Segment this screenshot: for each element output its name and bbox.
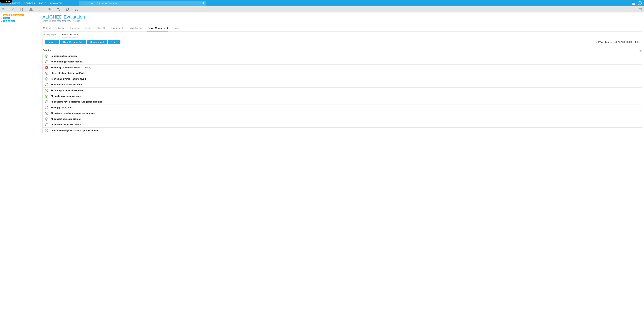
tab-history[interactable]: History xyxy=(173,25,181,31)
nav-corpora[interactable]: CORPORA xyxy=(24,2,35,4)
notifications-icon[interactable] xyxy=(638,7,642,11)
tree-collections-badge[interactable]: Collections xyxy=(3,20,15,22)
language-selector[interactable]: en ▼ xyxy=(79,1,88,5)
tree-root-badge[interactable]: ALIGNED Evaluation xyxy=(3,14,24,16)
export-button[interactable]: Export xyxy=(108,40,120,44)
subtab-quality-report[interactable]: Quality Report xyxy=(43,32,58,38)
svg-point-12 xyxy=(639,2,640,3)
svg-rect-7 xyxy=(634,3,635,3)
svg-point-30 xyxy=(75,8,77,9)
gear-icon[interactable] xyxy=(638,48,642,52)
status-ok-icon xyxy=(45,60,48,63)
database-icon[interactable] xyxy=(65,7,70,11)
recheck-button[interactable]: Recheck xyxy=(45,40,59,44)
svg-rect-6 xyxy=(633,3,634,3)
results-title: Results xyxy=(43,49,51,51)
svg-rect-8 xyxy=(632,4,632,5)
expand-icon[interactable]: ▶ xyxy=(1,20,2,22)
list-icon[interactable] xyxy=(47,7,51,11)
svg-point-0 xyxy=(202,2,204,4)
nav-advanced[interactable]: ADVANCED xyxy=(50,2,62,4)
expand-icon[interactable]: ▶ xyxy=(1,17,2,19)
new-document-icon[interactable] xyxy=(11,7,15,11)
result-row: No disjoint classes found. xyxy=(42,53,642,59)
result-row: All labels have language tags. xyxy=(42,93,642,99)
svg-rect-10 xyxy=(634,4,635,5)
result-label: No conflicting properties found. xyxy=(51,61,83,63)
svg-rect-13 xyxy=(2,8,3,9)
tab-visualization[interactable]: Visualization xyxy=(129,25,142,31)
result-label: All attribute values are literals. xyxy=(51,124,81,126)
tab-sparql[interactable]: SPARQL xyxy=(96,25,106,31)
search-bar: en ▼ xyxy=(79,1,206,5)
svg-point-27 xyxy=(58,8,58,9)
action-bar: Recheck Store Repaired Data Cancel Impor… xyxy=(42,38,642,46)
search-icon[interactable] xyxy=(200,1,206,5)
user-account-icon[interactable] xyxy=(638,1,642,5)
result-label: All preferred labels are unique per lang… xyxy=(51,112,95,114)
status-ok-icon xyxy=(45,83,48,86)
status-ok-icon xyxy=(45,54,48,58)
language-code: en xyxy=(81,2,83,4)
result-label: All labels have language tags. xyxy=(51,95,81,97)
svg-rect-14 xyxy=(4,10,5,11)
spacer xyxy=(1,14,2,16)
status-ok-icon xyxy=(45,71,48,75)
svg-rect-3 xyxy=(633,2,634,2)
svg-line-1 xyxy=(203,3,204,4)
result-row: All preferred labels are unique per lang… xyxy=(42,110,642,116)
tab-triples[interactable]: Triples xyxy=(84,25,91,31)
tab-quality-management[interactable]: Quality Management xyxy=(148,25,168,31)
results-header: Results xyxy=(42,46,642,53)
tab-autopopulate[interactable]: Autopopulate xyxy=(111,25,124,31)
svg-text:B: B xyxy=(22,9,23,10)
svg-point-25 xyxy=(48,9,48,9)
apps-grid-icon[interactable] xyxy=(632,1,635,5)
tree-lists[interactable]: ▶ Lists xyxy=(0,16,40,19)
store-repaired-button[interactable]: Store Repaired Data xyxy=(60,40,86,44)
result-label: No concept scheme available xyxy=(51,66,80,69)
status-ok-icon xyxy=(45,77,48,81)
result-row: No empty labels found. xyxy=(42,105,642,110)
nav-tools[interactable]: TOOLS xyxy=(39,2,46,4)
svg-rect-2 xyxy=(632,2,632,2)
page-title: ALIGNED Evaluation xyxy=(42,14,642,20)
chevron-down-icon: ▼ xyxy=(84,2,86,4)
result-row: Domain and range for SKOS properties sat… xyxy=(42,128,642,133)
svg-rect-18 xyxy=(31,8,32,8)
topbar-right xyxy=(632,1,644,5)
status-ok-icon xyxy=(45,123,48,126)
database-import-icon[interactable] xyxy=(74,7,78,11)
result-label: Hierarchical consistency verified. xyxy=(51,72,84,74)
collapse-caret-icon[interactable]: ▲ xyxy=(638,66,640,68)
tree-root[interactable]: ALIGNED Evaluation xyxy=(0,13,40,16)
thesaurus-icon[interactable] xyxy=(2,7,6,11)
result-row: No conflicting properties found. xyxy=(42,59,642,65)
subtab-import-assistant[interactable]: Import Assistant xyxy=(62,32,78,38)
user-settings-icon[interactable] xyxy=(56,7,60,11)
result-label: Domain and range for SKOS properties sat… xyxy=(51,129,100,132)
result-label: No empty labels found. xyxy=(51,106,74,109)
toolbar: AB xyxy=(0,6,644,12)
status-ok-icon xyxy=(45,94,48,98)
result-row: No deprecated resources found. xyxy=(42,82,642,87)
svg-text:A: A xyxy=(22,8,23,9)
issue-count: (1 Issue) xyxy=(83,66,91,69)
hierarchy-icon[interactable] xyxy=(29,7,33,11)
status-ok-icon xyxy=(45,106,48,109)
search-input[interactable] xyxy=(88,2,200,4)
result-row[interactable]: No concept scheme available(1 Issue)▲ xyxy=(42,65,642,70)
cancel-import-button[interactable]: Cancel Import xyxy=(87,40,107,44)
link-icon[interactable] xyxy=(38,7,42,11)
main-content: ALIGNED Evaluation 1E02C419-0D8F-0001-42… xyxy=(41,12,644,317)
tab-concepts[interactable]: Concepts xyxy=(69,25,79,31)
svg-rect-9 xyxy=(633,4,634,5)
svg-point-28 xyxy=(59,10,60,10)
top-navbar: PROJECT CORPORA TOOLS ADVANCED en ▼ xyxy=(0,0,644,6)
tree-collections[interactable]: ▶ Collections xyxy=(0,19,40,22)
dimension-badge: 1915 X 940 xyxy=(0,0,12,3)
tree-lists-badge[interactable]: Lists xyxy=(3,17,10,19)
ab-document-icon[interactable]: AB xyxy=(20,7,24,11)
result-row: All attribute values are literals. xyxy=(42,122,642,128)
tab-metadata-statistics[interactable]: Metadata & Statistics xyxy=(43,25,64,31)
